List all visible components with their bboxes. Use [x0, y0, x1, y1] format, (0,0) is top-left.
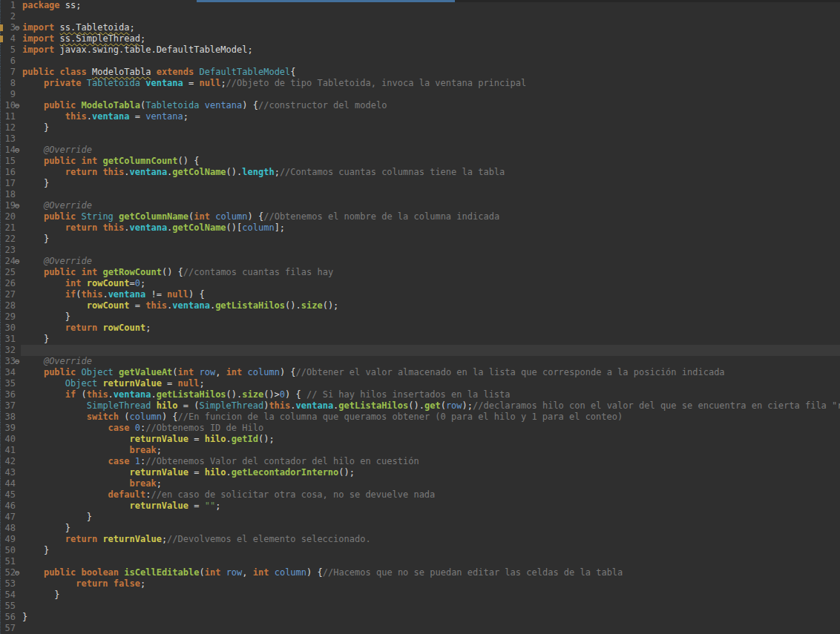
code-text: switch (column) {//En funcion de la colu… — [22, 412, 623, 423]
code-text: return false; — [22, 578, 145, 590]
line-number: 25 — [1, 267, 16, 278]
gutter: 32 — [0, 345, 22, 356]
gutter: 8 — [0, 78, 22, 89]
code-line: 7public class ModeloTabla extends Defaul… — [0, 67, 840, 78]
fold-collapse-icon[interactable]: ⊖ — [15, 200, 20, 211]
gutter: 42 — [0, 456, 22, 467]
code-line: 44 break; — [0, 478, 840, 489]
code-line: 20 public String getColumnName(int colum… — [0, 211, 840, 222]
line-number: 47 — [1, 512, 16, 523]
code-line: 26 int rowCount=0; — [0, 278, 840, 289]
gutter: 33⊖ — [0, 356, 22, 367]
code-text: int rowCount=0; — [22, 278, 145, 289]
gutter: 46 — [0, 501, 22, 512]
gutter: 49 — [0, 534, 22, 545]
gutter: 30 — [0, 323, 22, 334]
code-text: } — [22, 311, 70, 323]
code-line: 33⊖ @Override — [0, 356, 840, 367]
code-editor[interactable]: 1package ss;23⊖import ss.Tabletoida;4imp… — [0, 0, 840, 634]
gutter: 40 — [0, 434, 22, 445]
gutter: 14⊖ — [0, 145, 22, 156]
code-text: default://en caso de solicitar otra cosa… — [22, 489, 435, 501]
line-number: 51 — [1, 556, 16, 567]
code-text: return this.ventana.getColName().length;… — [22, 167, 505, 178]
code-line: 57 — [0, 623, 840, 634]
line-number: 42 — [1, 456, 16, 467]
gutter: 4 — [0, 33, 22, 44]
code-line: 29 } — [0, 311, 840, 323]
line-number: 24 — [1, 256, 16, 267]
code-text: if(this.ventana != null) { — [22, 289, 205, 300]
code-line: 39 case 0://Obtenemos ID de Hilo — [0, 423, 840, 434]
code-text: } — [22, 523, 70, 534]
gutter: 18 — [0, 189, 22, 200]
line-number: 35 — [1, 378, 16, 389]
gutter: 25 — [0, 267, 22, 278]
line-number: 13 — [1, 133, 16, 145]
code-line: 34 public Object getValueAt(int row, int… — [0, 367, 840, 378]
line-number: 4 — [1, 33, 16, 44]
gutter: 47 — [0, 512, 22, 523]
code-line: 41 break; — [0, 445, 840, 456]
gutter: 26 — [0, 278, 22, 289]
gutter: 55 — [0, 601, 22, 612]
fold-collapse-icon[interactable]: ⊖ — [15, 22, 20, 33]
gutter: 12 — [0, 122, 22, 133]
code-line: 52⊖ public boolean isCellEditable(int ro… — [0, 567, 840, 578]
code-text: case 0://Obtenemos ID de Hilo — [22, 423, 263, 434]
code-line: 14⊖ @Override — [0, 145, 840, 156]
line-number: 16 — [1, 167, 16, 178]
gutter: 24⊖ — [0, 256, 22, 267]
code-text: returnValue = hilo.getId(); — [22, 434, 275, 445]
code-line: 42 case 1://Obtenemos Valor del contador… — [0, 456, 840, 467]
line-number: 7 — [1, 67, 16, 78]
code-text: this.ventana = ventana; — [22, 111, 188, 122]
fold-collapse-icon[interactable]: ⊖ — [15, 356, 20, 367]
code-line: 13 — [0, 133, 840, 145]
gutter: 7 — [0, 67, 22, 78]
code-text: public class ModeloTabla extends Default… — [22, 67, 296, 78]
code-text: package ss; — [22, 0, 81, 11]
gutter: 5 — [0, 44, 22, 56]
code-text: case 1://Obtenemos Valor del contador de… — [22, 456, 419, 467]
fold-collapse-icon[interactable]: ⊖ — [15, 145, 20, 156]
line-number: 23 — [1, 245, 16, 256]
line-number: 11 — [1, 111, 16, 122]
code-line: 18 — [0, 189, 840, 200]
code-text: private Tabletoida ventana = null;//Obje… — [22, 78, 526, 89]
code-text: @Override — [22, 356, 92, 367]
code-text: } — [22, 334, 49, 345]
gutter: 23 — [0, 245, 22, 256]
code-text: } — [22, 512, 92, 523]
line-number: 18 — [1, 189, 16, 200]
code-line: 35 Object returnValue = null; — [0, 378, 840, 389]
warning-marker-icon[interactable] — [0, 24, 3, 31]
line-number: 53 — [1, 578, 16, 590]
code-line: 56} — [0, 612, 840, 623]
code-area[interactable]: 1package ss;23⊖import ss.Tabletoida;4imp… — [0, 0, 840, 634]
line-number: 26 — [1, 278, 16, 289]
line-number: 46 — [1, 501, 16, 512]
code-line: 21 return this.ventana.getColName()[colu… — [0, 222, 840, 234]
line-number: 14 — [1, 145, 16, 156]
code-line: 8 private Tabletoida ventana = null;//Ob… — [0, 78, 840, 89]
line-number: 38 — [1, 412, 16, 423]
code-line: 17 } — [0, 178, 840, 189]
gutter: 29 — [0, 311, 22, 323]
fold-collapse-icon[interactable]: ⊖ — [15, 256, 20, 267]
warning-marker-icon[interactable] — [0, 36, 3, 42]
gutter: 1 — [0, 0, 22, 11]
code-line: 28 rowCount = this.ventana.getListaHilos… — [0, 300, 840, 311]
code-line: 12 } — [0, 122, 840, 133]
code-line: 1package ss; — [0, 0, 840, 11]
code-text: @Override — [22, 200, 92, 211]
line-number: 48 — [1, 523, 16, 534]
code-line: 55 — [0, 601, 840, 612]
code-line: 9 — [0, 89, 840, 100]
fold-collapse-icon[interactable]: ⊖ — [15, 100, 20, 111]
code-text: return rowCount; — [22, 323, 151, 334]
fold-collapse-icon[interactable]: ⊖ — [15, 567, 20, 578]
code-line: 54 } — [0, 590, 840, 601]
gutter: 38 — [0, 412, 22, 423]
line-number: 5 — [1, 44, 16, 56]
